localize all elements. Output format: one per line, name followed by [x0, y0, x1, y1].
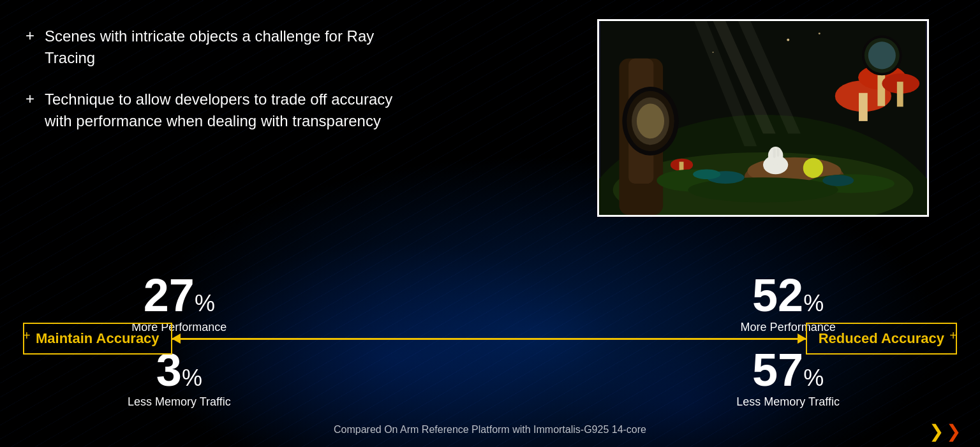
scene-image [597, 19, 929, 217]
svg-rect-17 [897, 82, 903, 106]
nav-arrows: ❯ ❯ [929, 423, 961, 441]
svg-rect-24 [773, 148, 776, 158]
reduced-accuracy-label: Reduced Accuracy [806, 323, 957, 355]
right-performance-number: 52% [736, 272, 840, 318]
nav-arrow-left-icon[interactable]: ❯ [929, 423, 944, 441]
svg-point-36 [787, 38, 789, 41]
svg-point-31 [693, 169, 720, 179]
svg-point-35 [868, 41, 896, 69]
svg-point-26 [803, 158, 823, 178]
bullet-icon-1: + [26, 27, 34, 45]
bullet-text-2: Technique to allow developers to trade o… [45, 89, 396, 131]
svg-point-37 [819, 33, 820, 34]
svg-rect-13 [859, 93, 868, 121]
svg-point-8 [637, 103, 664, 138]
svg-point-32 [822, 175, 854, 186]
right-memory-stat: 57% Less Memory Traffic [736, 347, 840, 409]
bullet-item-2: + Technique to allow developers to trade… [26, 89, 396, 131]
left-performance-number: 27% [128, 272, 231, 318]
arrow-line [172, 338, 806, 340]
svg-point-38 [713, 52, 714, 53]
nav-arrow-right-icon[interactable]: ❯ [946, 423, 961, 441]
bullet-text-1: Scenes with intricate objects a challeng… [45, 26, 396, 68]
arrow-bar: Maintain Accuracy Reduced Accuracy [23, 323, 957, 355]
bullet-icon-2: + [26, 90, 34, 108]
svg-rect-25 [777, 148, 780, 157]
left-panel: + Scenes with intricate objects a challe… [26, 26, 396, 152]
left-memory-label: Less Memory Traffic [128, 395, 231, 409]
right-memory-label: Less Memory Traffic [736, 395, 840, 409]
left-memory-stat: 3% Less Memory Traffic [128, 347, 231, 409]
bullet-item-1: + Scenes with intricate objects a challe… [26, 26, 396, 68]
footer-text: Compared On Arm Reference Platform with … [334, 424, 646, 436]
maintain-accuracy-label: Maintain Accuracy [23, 323, 172, 355]
